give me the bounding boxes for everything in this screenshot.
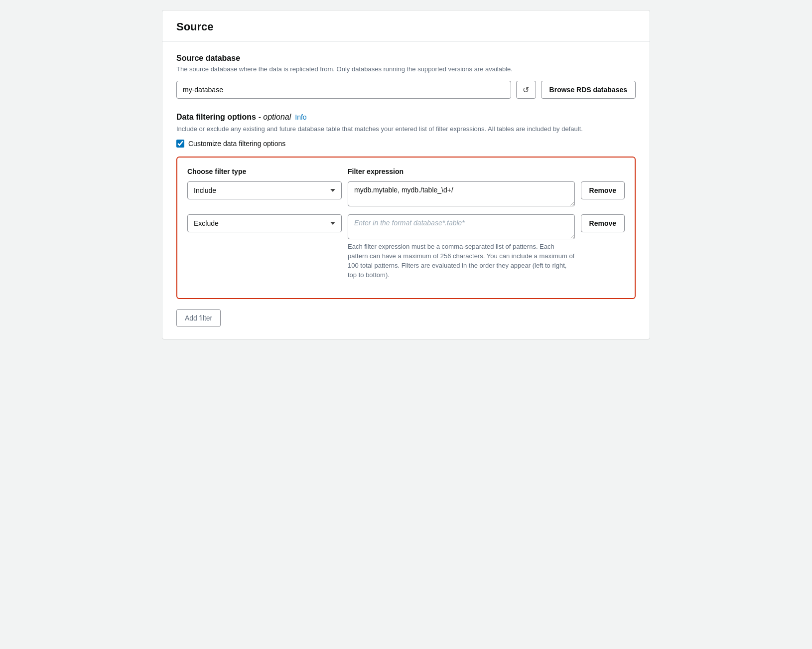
browse-rds-button[interactable]: Browse RDS databases <box>541 81 636 99</box>
filtering-optional-text: - optional <box>258 113 291 121</box>
source-database-input[interactable] <box>176 81 511 99</box>
filter-expression-textarea-1[interactable]: mydb.mytable, mydb./table_\d+/ <box>348 181 575 206</box>
col-header-expression: Filter expression <box>348 167 625 175</box>
filter-row-2: Include Exclude Each filter expression m… <box>187 214 625 280</box>
customize-checkbox-label[interactable]: Customize data filtering options <box>188 140 285 148</box>
filtering-description: Include or exclude any existing and futu… <box>176 125 636 134</box>
filter-box: Choose filter type Filter expression Inc… <box>176 157 636 299</box>
add-filter-button[interactable]: Add filter <box>176 309 221 327</box>
source-database-title: Source database <box>176 54 636 63</box>
data-filtering-section: Data filtering options - optional Info I… <box>176 113 636 327</box>
filter-type-select-1[interactable]: Include Exclude <box>187 181 342 199</box>
source-database-description: The source database where the data is re… <box>176 65 636 74</box>
filtering-title-text: Data filtering options <box>176 113 256 121</box>
page-container: Source Source database The source databa… <box>162 10 650 339</box>
refresh-button[interactable]: ↺ <box>516 81 536 99</box>
info-link[interactable]: Info <box>295 113 306 121</box>
main-section: Source database The source database wher… <box>162 42 650 339</box>
filter-hint: Each filter expression must be a comma-s… <box>348 242 575 280</box>
source-database-section: Source database The source database wher… <box>176 54 636 99</box>
filtering-header: Data filtering options - optional Info <box>176 113 636 122</box>
source-database-row: ↺ Browse RDS databases <box>176 81 636 99</box>
filtering-title: Data filtering options - optional <box>176 113 291 122</box>
customize-checkbox[interactable] <box>176 140 184 148</box>
filter-expression-textarea-2[interactable] <box>348 214 575 239</box>
page-header: Source <box>162 10 650 42</box>
col-header-type: Choose filter type <box>187 167 342 175</box>
remove-button-1[interactable]: Remove <box>581 181 625 199</box>
filter-expression-col-2: Each filter expression must be a comma-s… <box>348 214 575 280</box>
remove-button-2[interactable]: Remove <box>581 214 625 232</box>
refresh-icon: ↺ <box>523 85 529 95</box>
customize-checkbox-row: Customize data filtering options <box>176 140 636 148</box>
filter-row-1: Include Exclude mydb.mytable, mydb./tabl… <box>187 181 625 206</box>
filter-columns-header: Choose filter type Filter expression <box>187 167 625 175</box>
filter-expression-col-1: mydb.mytable, mydb./table_\d+/ <box>348 181 575 206</box>
filter-type-select-2[interactable]: Include Exclude <box>187 214 342 232</box>
page-title: Source <box>176 20 636 33</box>
